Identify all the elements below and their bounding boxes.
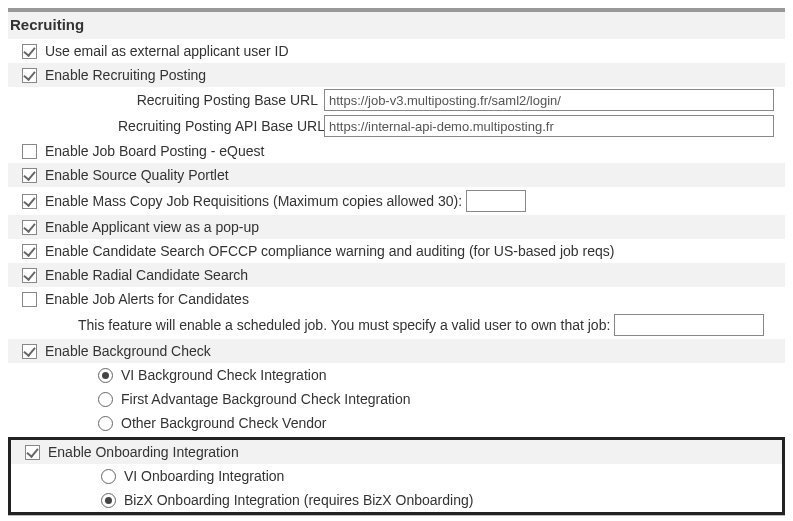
- row-posting-base-url: Recruiting Posting Base URL: [8, 87, 785, 113]
- input-posting-base-url[interactable]: [324, 89, 774, 111]
- label-bg-other: Other Background Check Vendor: [121, 415, 326, 431]
- row-enable-onboarding: Enable Onboarding Integration: [11, 440, 782, 464]
- label-posting-base-url: Recruiting Posting Base URL: [118, 92, 318, 108]
- label-enable-job-alerts: Enable Job Alerts for Candidates: [45, 291, 249, 307]
- checkbox-enable-posting[interactable]: [22, 68, 37, 83]
- row-bg-other: Other Background Check Vendor: [8, 411, 785, 435]
- row-enable-mass-copy: Enable Mass Copy Job Requisitions (Maxim…: [8, 187, 785, 215]
- label-enable-mass-copy: Enable Mass Copy Job Requisitions (Maxim…: [45, 193, 462, 209]
- checkbox-enable-ofccp[interactable]: [22, 244, 37, 259]
- input-posting-api-url[interactable]: [324, 115, 774, 137]
- label-enable-radial: Enable Radial Candidate Search: [45, 267, 248, 283]
- label-enable-popup: Enable Applicant view as a pop-up: [45, 219, 259, 235]
- row-bg-fa: First Advantage Background Check Integra…: [8, 387, 785, 411]
- radio-bg-fa[interactable]: [98, 392, 113, 407]
- row-ob-bizx: BizX Onboarding Integration (requires Bi…: [11, 488, 782, 512]
- radio-bg-vi[interactable]: [98, 368, 113, 383]
- row-enable-source-quality: Enable Source Quality Portlet: [8, 163, 785, 187]
- row-enable-popup: Enable Applicant view as a pop-up: [8, 215, 785, 239]
- checkbox-enable-source-quality[interactable]: [22, 168, 37, 183]
- label-enable-bg-check: Enable Background Check: [45, 343, 211, 359]
- checkbox-enable-equest[interactable]: [22, 144, 37, 159]
- row-enable-equest: Enable Job Board Posting - eQuest: [8, 139, 785, 163]
- label-bg-fa: First Advantage Background Check Integra…: [121, 391, 411, 407]
- input-mass-copy-count[interactable]: [466, 190, 526, 212]
- checkbox-enable-bg-check[interactable]: [22, 344, 37, 359]
- label-posting-api-url: Recruiting Posting API Base URL: [118, 118, 318, 134]
- radio-ob-bizx[interactable]: [101, 493, 116, 508]
- onboarding-highlight-box: Enable Onboarding Integration VI Onboard…: [8, 437, 785, 515]
- row-ob-vi: VI Onboarding Integration: [11, 464, 782, 488]
- row-enable-ofccp: Enable Candidate Search OFCCP compliance…: [8, 239, 785, 263]
- label-enable-posting: Enable Recruiting Posting: [45, 67, 206, 83]
- row-enable-radial: Enable Radial Candidate Search: [8, 263, 785, 287]
- checkbox-enable-popup[interactable]: [22, 220, 37, 235]
- section-title: Recruiting: [8, 12, 785, 39]
- row-enable-job-alerts: Enable Job Alerts for Candidates: [8, 287, 785, 311]
- label-use-email-id: Use email as external applicant user ID: [45, 43, 289, 59]
- label-enable-ofccp: Enable Candidate Search OFCCP compliance…: [45, 243, 614, 259]
- row-use-email-id: Use email as external applicant user ID: [8, 39, 785, 63]
- radio-bg-other[interactable]: [98, 416, 113, 431]
- label-ob-bizx: BizX Onboarding Integration (requires Bi…: [124, 492, 473, 508]
- input-job-alerts-user[interactable]: [614, 314, 764, 336]
- label-enable-equest: Enable Job Board Posting - eQuest: [45, 143, 264, 159]
- row-bg-vi: VI Background Check Integration: [8, 363, 785, 387]
- label-bg-vi: VI Background Check Integration: [121, 367, 326, 383]
- checkbox-use-email-id[interactable]: [22, 44, 37, 59]
- row-enable-posting: Enable Recruiting Posting: [8, 63, 785, 87]
- checkbox-enable-mass-copy[interactable]: [22, 194, 37, 209]
- checkbox-enable-job-alerts[interactable]: [22, 292, 37, 307]
- radio-ob-vi[interactable]: [101, 469, 116, 484]
- row-posting-api-url: Recruiting Posting API Base URL: [8, 113, 785, 139]
- recruiting-settings-panel: Recruiting Use email as external applica…: [8, 8, 785, 516]
- row-enable-bg-check: Enable Background Check: [8, 339, 785, 363]
- label-enable-onboarding: Enable Onboarding Integration: [48, 444, 239, 460]
- label-job-alerts-note: This feature will enable a scheduled job…: [78, 317, 610, 333]
- label-enable-source-quality: Enable Source Quality Portlet: [45, 167, 229, 183]
- label-ob-vi: VI Onboarding Integration: [124, 468, 284, 484]
- row-job-alerts-note: This feature will enable a scheduled job…: [8, 311, 785, 339]
- checkbox-enable-radial[interactable]: [22, 268, 37, 283]
- checkbox-enable-onboarding[interactable]: [25, 445, 40, 460]
